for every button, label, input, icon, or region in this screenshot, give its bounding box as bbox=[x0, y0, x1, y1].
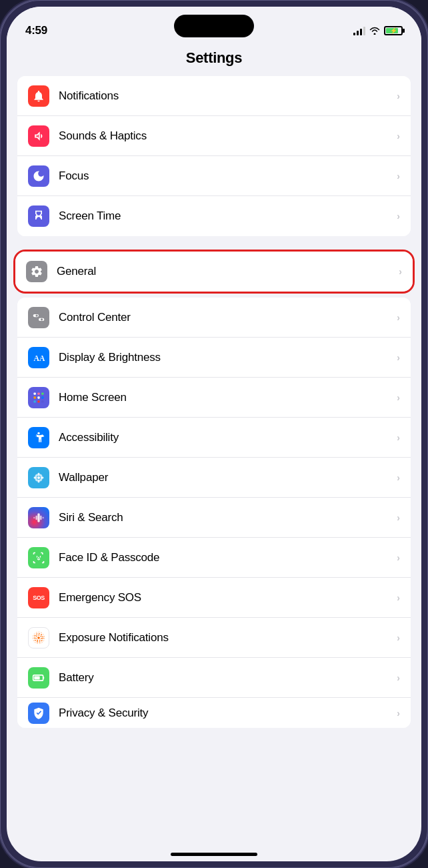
scroll-content[interactable]: Notifications › Sounds & Haptics › bbox=[7, 76, 421, 861]
sos-icon-wrap: SOS bbox=[28, 587, 49, 608]
settings-item-display[interactable]: AA Display & Brightness › bbox=[17, 338, 411, 378]
battery-settings-icon-wrap bbox=[28, 667, 49, 689]
exposure-chevron: › bbox=[397, 632, 400, 643]
hourglass-icon bbox=[32, 209, 45, 223]
battery-chevron: › bbox=[397, 673, 400, 683]
notifications-chevron: › bbox=[397, 91, 400, 101]
home-indicator bbox=[171, 853, 257, 856]
general-icon-wrap bbox=[26, 261, 47, 282]
sos-chevron: › bbox=[397, 592, 400, 603]
moon-icon bbox=[32, 169, 45, 183]
settings-item-emergency-sos[interactable]: SOS Emergency SOS › bbox=[17, 578, 411, 618]
privacy-chevron: › bbox=[397, 708, 400, 719]
svg-point-2 bbox=[35, 314, 37, 316]
control-center-label: Control Center bbox=[59, 311, 397, 324]
face-id-label: Face ID & Passcode bbox=[59, 551, 397, 564]
settings-item-siri[interactable]: Siri & Search › bbox=[17, 498, 411, 538]
settings-group-1: Notifications › Sounds & Haptics › bbox=[17, 76, 411, 236]
wifi-icon bbox=[369, 26, 380, 35]
privacy-icon bbox=[32, 707, 45, 720]
settings-item-exposure[interactable]: Exposure Notifications › bbox=[17, 618, 411, 658]
svg-rect-13 bbox=[41, 400, 43, 402]
svg-rect-30 bbox=[34, 676, 39, 679]
face-id-chevron: › bbox=[397, 552, 400, 563]
settings-item-face-id[interactable]: Face ID & Passcode › bbox=[17, 538, 411, 578]
settings-item-sounds[interactable]: Sounds & Haptics › bbox=[17, 116, 411, 156]
battery-label: Battery bbox=[59, 671, 397, 685]
settings-item-wallpaper[interactable]: Wallpaper › bbox=[17, 458, 411, 498]
page-title: Settings bbox=[7, 44, 421, 76]
sound-icon bbox=[32, 129, 45, 143]
exposure-icon-wrap bbox=[28, 627, 49, 648]
settings-item-control-center[interactable]: Control Center › bbox=[17, 298, 411, 338]
accessibility-icon bbox=[32, 431, 45, 444]
settings-item-focus[interactable]: Focus › bbox=[17, 156, 411, 196]
notifications-label: Notifications bbox=[59, 89, 397, 103]
svg-point-17 bbox=[37, 479, 39, 482]
battery-icon: ⚡ bbox=[384, 26, 403, 35]
phone-screen: 4:59 bbox=[7, 7, 421, 861]
display-chevron: › bbox=[397, 352, 400, 363]
accessibility-label: Accessibility bbox=[59, 431, 397, 444]
svg-point-16 bbox=[37, 472, 39, 476]
notifications-icon-wrap bbox=[28, 85, 49, 107]
dynamic-island bbox=[174, 15, 254, 37]
privacy-label: Privacy & Security bbox=[59, 707, 397, 720]
exposure-label: Exposure Notifications bbox=[59, 631, 397, 644]
privacy-icon-wrap bbox=[28, 703, 49, 724]
home-screen-icon-wrap bbox=[28, 387, 49, 408]
wallpaper-chevron: › bbox=[397, 472, 400, 483]
flower-icon bbox=[32, 471, 45, 484]
face-id-icon-wrap bbox=[28, 547, 49, 568]
svg-rect-8 bbox=[34, 396, 36, 398]
svg-point-15 bbox=[37, 476, 40, 478]
settings-group-lower: Control Center › AA Display & Brightness… bbox=[17, 298, 411, 728]
svg-rect-11 bbox=[34, 400, 36, 402]
settings-item-privacy[interactable]: Privacy & Security › bbox=[17, 698, 411, 728]
sos-text: SOS bbox=[33, 594, 45, 601]
control-center-icon-wrap bbox=[28, 307, 49, 328]
general-chevron: › bbox=[399, 266, 402, 277]
grid-icon bbox=[32, 391, 45, 404]
settings-item-home-screen[interactable]: Home Screen › bbox=[17, 378, 411, 418]
wallpaper-icon-wrap bbox=[28, 467, 49, 488]
siri-icon-wrap bbox=[28, 507, 49, 528]
display-icon-wrap: AA bbox=[28, 347, 49, 368]
settings-item-accessibility[interactable]: Accessibility › bbox=[17, 418, 411, 458]
status-time: 4:59 bbox=[25, 24, 47, 37]
focus-chevron: › bbox=[397, 171, 400, 181]
status-bar: 4:59 bbox=[7, 7, 421, 44]
settings-item-notifications[interactable]: Notifications › bbox=[17, 76, 411, 116]
svg-rect-6 bbox=[37, 392, 39, 394]
status-icons: ⚡ bbox=[353, 26, 403, 35]
focus-label: Focus bbox=[59, 169, 397, 183]
settings-item-battery[interactable]: Battery › bbox=[17, 658, 411, 698]
svg-rect-7 bbox=[41, 392, 43, 394]
svg-point-3 bbox=[41, 318, 43, 320]
focus-icon-wrap bbox=[28, 165, 49, 187]
screen-time-label: Screen Time bbox=[59, 209, 397, 223]
settings-item-screen-time[interactable]: Screen Time › bbox=[17, 196, 411, 236]
toggles-icon bbox=[32, 311, 45, 324]
svg-point-19 bbox=[41, 476, 44, 478]
svg-point-18 bbox=[34, 476, 37, 478]
signal-icon bbox=[353, 26, 365, 35]
sounds-chevron: › bbox=[397, 131, 400, 141]
bell-icon bbox=[32, 89, 45, 103]
home-screen-label: Home Screen bbox=[59, 391, 397, 404]
control-center-chevron: › bbox=[397, 312, 400, 323]
svg-rect-10 bbox=[41, 396, 43, 398]
sounds-label: Sounds & Haptics bbox=[59, 129, 397, 143]
sos-label: Emergency SOS bbox=[59, 591, 397, 604]
svg-point-14 bbox=[37, 432, 39, 434]
exposure-icon bbox=[31, 630, 46, 645]
sounds-icon-wrap bbox=[28, 125, 49, 147]
phone-frame: 4:59 bbox=[0, 0, 428, 868]
battery-settings-icon bbox=[32, 671, 45, 685]
screen-time-chevron: › bbox=[397, 211, 400, 222]
screen-time-icon-wrap bbox=[28, 205, 49, 227]
svg-point-25 bbox=[37, 636, 40, 639]
accessibility-icon-wrap bbox=[28, 427, 49, 448]
settings-item-general[interactable]: General › bbox=[15, 252, 413, 292]
siri-chevron: › bbox=[397, 512, 400, 523]
